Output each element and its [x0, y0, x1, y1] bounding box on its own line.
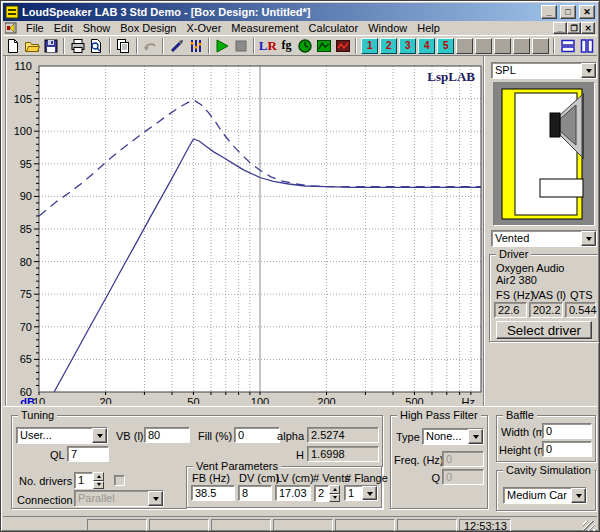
vb-label: VB (l) — [116, 429, 144, 443]
toolbar-separator — [109, 38, 111, 54]
alpha-value: 2.5274 — [307, 427, 379, 443]
print-preview-button[interactable] — [87, 37, 106, 55]
play-button[interactable] — [213, 37, 232, 55]
chevron-down-icon[interactable] — [571, 488, 586, 503]
stepper-down-icon[interactable] — [93, 481, 104, 490]
stepper-down-icon[interactable] — [329, 494, 340, 503]
baffle-height-input[interactable]: 0 — [542, 441, 592, 457]
svg-text:100: 100 — [14, 125, 32, 137]
status-bar: 12:53:13 — [3, 516, 597, 532]
status-cell — [87, 519, 147, 532]
child-window-icon[interactable] — [5, 22, 18, 34]
red-graph-button[interactable] — [333, 37, 352, 55]
enclosure-type-value: Vented — [492, 231, 581, 246]
menu-measurement[interactable]: Measurement — [226, 22, 303, 34]
status-cell — [149, 519, 209, 532]
dv-input[interactable]: 8 — [238, 485, 272, 501]
svg-text:LspLAB: LspLAB — [427, 69, 475, 84]
lr-response-button[interactable]: LR — [258, 37, 277, 55]
menu-window[interactable]: Window — [363, 22, 412, 34]
undo-button[interactable] — [141, 37, 160, 55]
vents-value[interactable]: 2 — [314, 485, 329, 502]
svg-text:90: 90 — [20, 190, 32, 202]
svg-text:dB: dB — [20, 396, 35, 404]
baffle-width-input[interactable]: 0 — [542, 423, 592, 439]
child-close-button[interactable]: ✕ — [581, 22, 595, 34]
chevron-down-icon[interactable] — [581, 63, 596, 78]
preset-3-button[interactable]: 3 — [399, 38, 416, 54]
mixer-sliders-icon — [188, 38, 204, 54]
preset-7-button-disabled — [475, 38, 492, 54]
menu-x-over[interactable]: X-Over — [182, 22, 227, 34]
close-button[interactable]: ✕ — [579, 5, 595, 19]
svg-text:75: 75 — [20, 288, 32, 300]
cavity-select[interactable]: Medium Car — [503, 487, 587, 504]
fb-input[interactable]: 38.5 — [191, 485, 235, 501]
menu-show[interactable]: Show — [78, 22, 116, 34]
maximize-button[interactable]: □ — [560, 5, 576, 19]
chevron-down-icon[interactable] — [362, 486, 377, 500]
ql-input[interactable]: 7 — [67, 446, 109, 462]
resize-grip[interactable] — [583, 521, 595, 532]
select-driver-button[interactable]: Select driver — [496, 321, 592, 339]
tile-horizontal-button[interactable] — [558, 37, 577, 55]
baffle-group: Baffle Width (mm) 0 Height (mm) 0 — [496, 415, 596, 462]
vents-stepper[interactable]: 2 — [314, 485, 340, 502]
stop-button[interactable] — [232, 37, 251, 55]
view-select[interactable]: SPL — [491, 62, 597, 79]
chevron-down-icon[interactable] — [468, 429, 483, 444]
copy-button[interactable] — [114, 37, 133, 55]
flange-select[interactable]: 1 — [344, 485, 378, 501]
hpf-type-select[interactable]: None... — [422, 428, 484, 445]
preset-2-button[interactable]: 2 — [380, 38, 397, 54]
save-button[interactable] — [42, 37, 61, 55]
svg-text:50: 50 — [187, 396, 199, 404]
stepper-up-icon[interactable] — [93, 472, 104, 481]
fs-label: FS (Hz) — [496, 288, 534, 302]
menu-help[interactable]: Help — [412, 22, 445, 34]
right-panel: SPL Vented — [484, 56, 597, 406]
green-graph-button[interactable] — [315, 37, 334, 55]
save-icon — [43, 38, 59, 54]
print-button[interactable] — [68, 37, 87, 55]
menu-edit[interactable]: Edit — [49, 22, 78, 34]
menu-box-design[interactable]: Box Design — [115, 22, 181, 34]
vb-input[interactable]: 80 — [144, 427, 190, 443]
menu-file[interactable]: File — [21, 22, 49, 34]
title-bar[interactable]: LoudSpeaker LAB 3 Std Demo - [Box Design… — [3, 3, 597, 21]
no-drivers-stepper[interactable]: 1 — [74, 472, 104, 489]
preset-1-button[interactable]: 1 — [361, 38, 378, 54]
preset-5-button[interactable]: 5 — [437, 38, 454, 54]
vented-box-drawing — [494, 83, 594, 225]
vas-value: 202.2 — [529, 302, 563, 318]
timer-button[interactable] — [296, 37, 315, 55]
svg-text:95: 95 — [20, 158, 32, 170]
child-restore-button[interactable]: ❐ — [567, 22, 581, 34]
menu-calculator[interactable]: Calculator — [304, 22, 364, 34]
chevron-down-icon[interactable] — [92, 428, 107, 443]
toolbar-separator — [253, 38, 255, 54]
tuning-mode-select[interactable]: User... — [16, 427, 108, 444]
signal-generator-button[interactable]: fg — [277, 37, 296, 55]
lv-input[interactable]: 17.03 — [275, 485, 311, 501]
stepper-up-icon[interactable] — [329, 485, 340, 494]
status-cell — [397, 519, 457, 532]
no-drivers-value[interactable]: 1 — [74, 472, 93, 489]
preset-4-button[interactable]: 4 — [418, 38, 435, 54]
tools-button[interactable] — [167, 37, 186, 55]
minimize-button[interactable]: _ — [541, 5, 557, 19]
child-minimize-button[interactable]: _ — [553, 22, 567, 34]
enclosure-type-select[interactable]: Vented — [491, 230, 597, 247]
mixer-button[interactable] — [186, 37, 205, 55]
toolbar: LR fg 1 2 3 4 5 — [3, 35, 597, 55]
clock-cell: 12:53:13 — [459, 519, 511, 532]
chevron-down-icon[interactable] — [581, 231, 596, 246]
hpf-q-input: 0 — [442, 469, 484, 485]
driver-group-label: Driver — [496, 248, 531, 260]
cavity-simulation-group: Cavity Simulation Medium Car — [496, 470, 596, 511]
new-document-icon — [5, 38, 21, 54]
new-document-button[interactable] — [4, 37, 23, 55]
toolbar-separator — [208, 38, 210, 54]
open-button[interactable] — [23, 37, 42, 55]
tile-vertical-button[interactable] — [577, 37, 596, 55]
